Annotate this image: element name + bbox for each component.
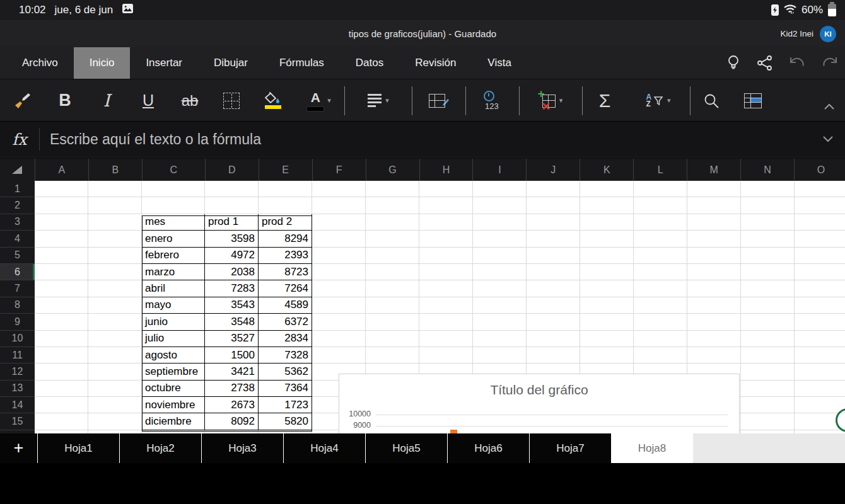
add-sheet-button[interactable]: + — [0, 433, 37, 463]
grid-cell[interactable]: 4972 — [205, 248, 259, 264]
grid-cell[interactable] — [473, 264, 527, 280]
grid-cell[interactable]: noviembre — [142, 397, 205, 413]
grid-cell[interactable]: 3421 — [205, 364, 259, 380]
grid-cell[interactable] — [795, 314, 845, 330]
grid-cell[interactable] — [473, 331, 527, 347]
ribbon-tab-insertar[interactable]: Insertar — [130, 47, 198, 79]
grid-cell[interactable] — [419, 347, 473, 364]
grid-cell[interactable] — [312, 264, 366, 280]
grid-cell[interactable] — [88, 314, 142, 330]
grid-cell[interactable] — [88, 231, 142, 247]
grid-cell[interactable] — [312, 314, 366, 330]
grid-cell[interactable]: mes — [142, 214, 205, 231]
row-header-15[interactable]: 15 — [0, 413, 35, 430]
row-header-4[interactable]: 4 — [0, 231, 35, 247]
grid-cell[interactable] — [473, 214, 527, 231]
grid-cell[interactable] — [366, 197, 419, 214]
row-header-9[interactable]: 9 — [0, 314, 35, 330]
grid-cell[interactable]: diciembre — [142, 413, 205, 430]
font-color-button[interactable]: A ▾ — [294, 82, 344, 120]
grid-cell[interactable] — [687, 248, 741, 264]
grid-cell[interactable] — [419, 231, 473, 247]
grid-cell[interactable] — [312, 231, 366, 247]
grid-cell[interactable] — [205, 197, 259, 214]
grid-cell[interactable] — [795, 181, 845, 197]
grid-cell[interactable] — [687, 347, 741, 364]
row-header-12[interactable]: 12 — [0, 364, 35, 380]
grid-cell[interactable] — [795, 397, 845, 413]
column-header-N[interactable]: N — [741, 159, 795, 181]
column-header-O[interactable]: O — [795, 159, 845, 181]
grid-cell[interactable] — [634, 280, 687, 297]
column-header-H[interactable]: H — [420, 159, 474, 181]
grid-cell[interactable] — [527, 248, 580, 264]
format-painter-button[interactable] — [0, 82, 44, 120]
sheet-tab-hoja8[interactable]: Hoja8 — [611, 433, 693, 463]
grid-cell[interactable]: septiembre — [142, 364, 205, 380]
grid-cell[interactable] — [35, 181, 88, 197]
sheet-tab-hoja5[interactable]: Hoja5 — [365, 433, 447, 463]
grid-cell[interactable] — [527, 331, 580, 347]
grid-cell[interactable] — [366, 331, 419, 347]
formula-input[interactable] — [40, 130, 822, 149]
row-header-8[interactable]: 8 — [0, 297, 35, 314]
grid-cell[interactable] — [35, 231, 88, 247]
sheet-tab-hoja4[interactable]: Hoja4 — [283, 433, 365, 463]
alignment-button[interactable]: ▾ — [345, 82, 412, 120]
grid-cell[interactable] — [741, 264, 795, 280]
column-header-A[interactable]: A — [35, 159, 89, 181]
grid-cell[interactable]: 5820 — [259, 413, 312, 430]
grid-cell[interactable] — [312, 331, 366, 347]
column-header-K[interactable]: K — [580, 159, 634, 181]
column-header-G[interactable]: G — [366, 159, 420, 181]
grid-cell[interactable]: 3548 — [205, 314, 259, 330]
grid-cell[interactable] — [687, 197, 741, 214]
grid-cell[interactable]: prod 2 — [259, 214, 312, 231]
grid-cell[interactable] — [473, 297, 527, 314]
column-header-J[interactable]: J — [527, 159, 580, 181]
grid-cell[interactable] — [634, 331, 687, 347]
grid-cell[interactable] — [795, 197, 845, 214]
grid-cell[interactable] — [687, 280, 741, 297]
grid-cell[interactable] — [634, 181, 687, 197]
grid-cell[interactable] — [205, 181, 259, 197]
grid-cell[interactable] — [419, 264, 473, 280]
ribbon-tab-fórmulas[interactable]: Fórmulas — [264, 47, 340, 79]
grid-cell[interactable]: 8723 — [259, 264, 312, 280]
grid-cell[interactable] — [741, 280, 795, 297]
grid-cell[interactable] — [312, 248, 366, 264]
grid-cell[interactable] — [634, 347, 687, 364]
grid-cell[interactable] — [88, 181, 142, 197]
grid-cell[interactable] — [366, 264, 419, 280]
grid-cell[interactable] — [741, 231, 795, 247]
grid-cell[interactable] — [473, 347, 527, 364]
grid-cell[interactable] — [634, 197, 687, 214]
grid-cell[interactable]: 1723 — [259, 397, 312, 413]
grid-cell[interactable] — [473, 314, 527, 330]
grid-cell[interactable] — [741, 347, 795, 364]
grid-cell[interactable] — [580, 347, 634, 364]
grid-cell[interactable] — [142, 197, 205, 214]
ribbon-tab-datos[interactable]: Datos — [340, 47, 399, 79]
grid-cell[interactable] — [795, 264, 845, 280]
grid-cell[interactable]: 7364 — [259, 381, 312, 397]
redo-icon[interactable] — [821, 55, 839, 71]
grid-cell[interactable] — [473, 197, 527, 214]
grid-cell[interactable] — [687, 231, 741, 247]
grid-cell[interactable] — [312, 181, 366, 197]
grid-cell[interactable] — [580, 297, 634, 314]
grid-cell[interactable] — [527, 197, 580, 214]
undo-icon[interactable] — [788, 55, 806, 71]
grid-cell[interactable]: 4589 — [259, 297, 312, 314]
grid-cell[interactable] — [366, 248, 419, 264]
column-header-F[interactable]: F — [313, 159, 366, 181]
formula-bar-expand-button[interactable] — [822, 134, 845, 145]
column-header-I[interactable]: I — [473, 159, 527, 181]
grid-cell[interactable] — [366, 314, 419, 330]
grid-cell[interactable] — [687, 314, 741, 330]
grid-cell[interactable] — [634, 214, 687, 231]
grid-cell[interactable] — [687, 214, 741, 231]
number-format-button[interactable]: 123 — [466, 82, 519, 120]
grid-cell[interactable]: 3598 — [205, 231, 259, 247]
grid-cell[interactable] — [88, 413, 142, 430]
